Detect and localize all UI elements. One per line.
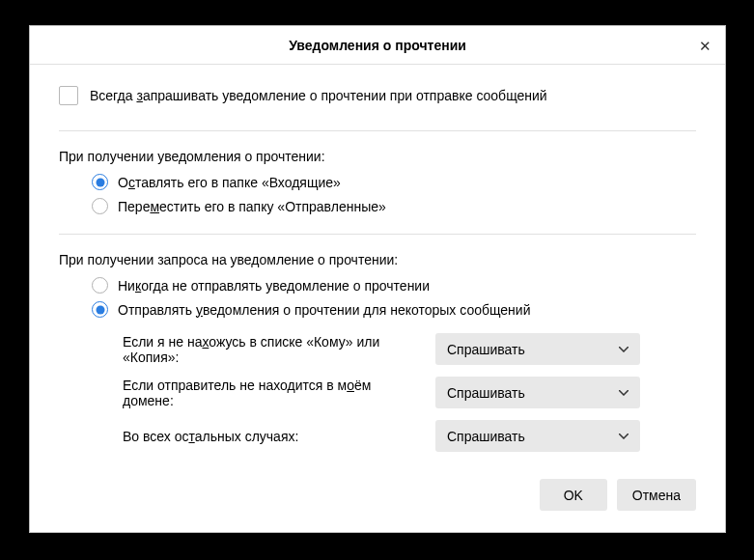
always-request-checkbox[interactable] (59, 86, 78, 105)
cond-other-dropdown[interactable]: Спрашивать (435, 420, 640, 452)
radio-never-send[interactable]: Никогда не отправлять уведомление о проч… (92, 277, 696, 294)
always-request-row[interactable]: Всегда запрашивать уведомление о прочтен… (59, 86, 696, 105)
radio-send-some-label: Отправлять уведомления о прочтении для н… (118, 302, 531, 318)
radio-move-sent-control[interactable] (92, 198, 108, 214)
dropdown-value: Спрашивать (447, 429, 525, 444)
dialog-footer: OK Отмена (30, 479, 725, 532)
cancel-button[interactable]: Отмена (617, 479, 696, 511)
always-request-label: Всегда запрашивать уведомление о прочтен… (90, 88, 547, 103)
cond-not-my-domain-row: Если отправитель не находится в моём дом… (123, 377, 696, 408)
radio-send-some-control[interactable] (92, 301, 108, 318)
divider (59, 234, 696, 235)
cond-not-in-to-cc-label: Если я не нахожусь в списке «Кому» или «… (123, 334, 424, 365)
on-receipt-request-heading: При получении запроса на уведомление о п… (59, 252, 696, 267)
close-icon[interactable]: ✕ (699, 38, 712, 52)
radio-leave-inbox-label: Оставлять его в папке «Входящие» (118, 175, 341, 190)
radio-move-sent[interactable]: Переместить его в папку «Отправленные» (92, 198, 696, 214)
ok-button[interactable]: OK (540, 479, 607, 511)
radio-leave-inbox-control[interactable] (92, 174, 108, 190)
cond-not-in-to-cc-dropdown[interactable]: Спрашивать (435, 333, 640, 365)
dropdown-value: Спрашивать (447, 342, 525, 357)
cond-not-my-domain-dropdown[interactable]: Спрашивать (435, 377, 640, 408)
chevron-down-icon (619, 347, 628, 352)
cond-not-my-domain-label: Если отправитель не находится в моём дом… (123, 378, 424, 408)
radio-never-send-control[interactable] (92, 277, 108, 294)
cond-not-in-to-cc-row: Если я не нахожусь в списке «Кому» или «… (123, 333, 696, 365)
titlebar: Уведомления о прочтении ✕ (30, 26, 725, 65)
dialog-read-receipts: Уведомления о прочтении ✕ Всегда запраши… (29, 25, 726, 533)
dialog-content: Всегда запрашивать уведомление о прочтен… (30, 65, 725, 479)
radio-never-send-label: Никогда не отправлять уведомление о проч… (118, 278, 430, 294)
radio-move-sent-label: Переместить его в папку «Отправленные» (118, 199, 386, 214)
radio-send-some[interactable]: Отправлять уведомления о прочтении для н… (92, 301, 696, 318)
on-receipt-return-heading: При получении уведомления о прочтении: (59, 149, 696, 164)
dialog-title: Уведомления о прочтении (289, 38, 466, 53)
cond-other-label: Во всех остальных случаях: (123, 429, 424, 444)
chevron-down-icon (619, 390, 628, 396)
radio-leave-inbox[interactable]: Оставлять его в папке «Входящие» (92, 174, 696, 190)
chevron-down-icon (619, 434, 628, 439)
dropdown-value: Спрашивать (447, 385, 525, 401)
cond-other-row: Во всех остальных случаях: Спрашивать (123, 420, 696, 452)
divider (59, 130, 696, 131)
